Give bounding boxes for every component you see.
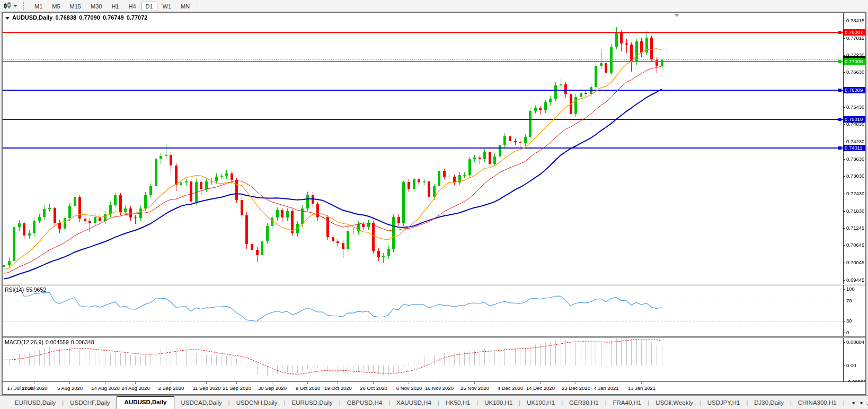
- date-tick-label: 25 Nov 2020: [458, 385, 492, 391]
- axis-tick-mark: [843, 72, 845, 73]
- price-tick-label: 0.76630: [846, 69, 865, 75]
- axis-tick-mark: [843, 366, 845, 366]
- date-tick-mark: [575, 382, 576, 384]
- tab-uk100-h1[interactable]: UK100,H1: [478, 397, 519, 408]
- timeframe-button-w1[interactable]: W1: [158, 2, 176, 11]
- chart-plot-area: AUDUSD,Daily0.768380.770900.767490.77072…: [3, 13, 865, 394]
- scroll-left-icon[interactable]: ◄: [848, 400, 857, 405]
- chart-symbol-label: AUDUSD,Daily: [12, 14, 52, 21]
- date-tick-mark: [206, 382, 207, 384]
- macd-panel-resize-handle[interactable]: [3, 336, 865, 338]
- tab-ger30-h1[interactable]: GER30,H1: [563, 397, 605, 408]
- date-tick-mark: [272, 382, 272, 384]
- rsi-label: RSI(14)55.9652: [5, 286, 48, 293]
- date-tick-label: 30 Sep 2020: [255, 385, 289, 391]
- price-tick-label: 0.70045: [846, 259, 865, 266]
- tab-usdcad-daily[interactable]: USDCAD,Daily: [174, 397, 228, 408]
- rsi-indicator-canvas[interactable]: [3, 285, 843, 336]
- macd-tick-label: 0.00884: [846, 339, 865, 345]
- date-tick-mark: [171, 382, 171, 384]
- timeframe-toolbar: M1M5M15M30H1H4D1W1MN: [30, 1, 194, 11]
- tab-xauusd-h4[interactable]: XAUUSD,H4: [390, 397, 438, 408]
- timeframe-button-m1[interactable]: M1: [30, 2, 47, 11]
- tab-uk100-h1[interactable]: UK100,H1: [520, 397, 561, 408]
- toolbar-grip[interactable]: [23, 2, 25, 10]
- tab-usdchf-daily[interactable]: USDCHF,Daily: [64, 397, 116, 408]
- date-tick-mark: [510, 382, 510, 384]
- timeframe-button-d1[interactable]: D1: [141, 2, 157, 11]
- date-tick-mark: [135, 382, 136, 384]
- level-price-label: 0.75010: [844, 116, 865, 123]
- date-tick-label: 19 Oct 2020: [321, 385, 355, 391]
- date-tick-mark: [4, 382, 4, 384]
- tab-gbpusd-h4[interactable]: GBPUSD,H4: [341, 397, 388, 408]
- rsi-tick-label: 100: [846, 286, 865, 292]
- tab-dj30-daily[interactable]: DJ30,Daily: [748, 397, 790, 408]
- axis-tick-mark: [843, 333, 845, 333]
- timeframe-button-h4[interactable]: H4: [124, 2, 140, 11]
- candlestick-chart-icon[interactable]: [2, 1, 13, 11]
- quote-high: 0.77090: [79, 14, 100, 21]
- timeframe-button-h1[interactable]: H1: [107, 2, 123, 11]
- axis-tick-mark: [843, 107, 845, 108]
- timeframe-button-m15[interactable]: M15: [66, 2, 85, 11]
- tab-china300-h1[interactable]: CHINA300,H1: [792, 397, 843, 408]
- date-tick-mark: [69, 382, 70, 384]
- price-tick-label: 0.74230: [846, 138, 865, 145]
- price-tick-label: 0.71245: [846, 225, 865, 231]
- rsi-value: 55.9652: [26, 286, 46, 293]
- date-tick-label: 4 Dec 2020: [493, 385, 527, 391]
- date-tick-label: 9 Oct 2020: [291, 385, 325, 391]
- tab-fra40-h1[interactable]: FRA40,H1: [607, 397, 648, 408]
- date-tick-label: 5 Aug 2020: [53, 385, 87, 391]
- date-tick-mark: [474, 382, 475, 384]
- axis-tick-mark: [843, 289, 845, 290]
- macd-name: MACD(12,26,9): [5, 339, 43, 345]
- tab-eurusd-daily[interactable]: EURUSD,Daily: [8, 397, 62, 408]
- date-tick-label: 14 Dec 2020: [524, 385, 557, 391]
- quote-close: 0.77072: [127, 14, 148, 21]
- chart-shift-marker[interactable]: [674, 14, 679, 17]
- tab-audusd-daily[interactable]: AUDUSD,Daily: [117, 396, 175, 409]
- chart-window-icon[interactable]: [5, 17, 10, 20]
- timeframe-button-m5[interactable]: M5: [48, 2, 64, 11]
- date-tick-label: 24 Aug 2020: [119, 385, 153, 391]
- axis-tick-mark: [843, 301, 845, 301]
- rsi-tick-label: 70: [846, 298, 865, 304]
- axis-tick-mark: [843, 211, 845, 212]
- level-price-label: 0.76009: [844, 87, 865, 93]
- macd-indicator-canvas[interactable]: [3, 338, 843, 382]
- date-tick-label: 21 Sep 2020: [220, 385, 254, 391]
- date-tick-label: 13 Jan 2021: [625, 385, 659, 391]
- chevron-down-icon[interactable]: [13, 5, 17, 7]
- axis-tick-mark: [843, 38, 845, 39]
- macd-label: MACD(12,26,9)0.0045590.006348: [5, 339, 96, 345]
- date-tick-mark: [338, 382, 338, 384]
- date-tick-mark: [236, 382, 237, 384]
- rsi-tick-label: 0: [846, 329, 865, 336]
- rsi-panel-resize-handle[interactable]: [3, 284, 865, 285]
- price-tick-label: 0.78415: [846, 18, 865, 24]
- price-tick-label: 0.73630: [846, 156, 865, 162]
- timeframe-button-mn[interactable]: MN: [176, 2, 194, 11]
- time-axis[interactable]: 17 Jul 202027 Jul 20205 Aug 202014 Aug 2…: [3, 382, 865, 394]
- price-tick-label: 0.73030: [846, 173, 865, 179]
- scroll-right-icon[interactable]: ►: [857, 400, 866, 405]
- axis-tick-mark: [843, 55, 845, 56]
- tab-usdcnh-daily[interactable]: USDCNH,Daily: [230, 397, 284, 408]
- level-price-label: 0.74011: [844, 145, 865, 151]
- tab-usoil-weekly[interactable]: USOil,Weekly: [649, 397, 699, 408]
- date-tick-mark: [409, 382, 409, 384]
- macd-tick-label: 0.00: [846, 362, 865, 369]
- axis-tick-mark: [843, 245, 845, 246]
- tab-eurusd-daily[interactable]: EURUSD,Daily: [285, 397, 339, 408]
- date-tick-mark: [540, 382, 541, 384]
- axis-tick-mark: [843, 228, 845, 229]
- timeframe-button-m30[interactable]: M30: [86, 2, 106, 11]
- price-tick-label: 0.72430: [846, 190, 865, 197]
- tab-hk50-h1[interactable]: HK50,H1: [439, 397, 477, 408]
- tab-usdjpy-h1[interactable]: USDJPY,H1: [701, 397, 747, 408]
- date-tick-label: 14 Aug 2020: [88, 385, 122, 391]
- quote-open: 0.76838: [55, 14, 76, 21]
- price-chart-canvas[interactable]: [3, 13, 843, 284]
